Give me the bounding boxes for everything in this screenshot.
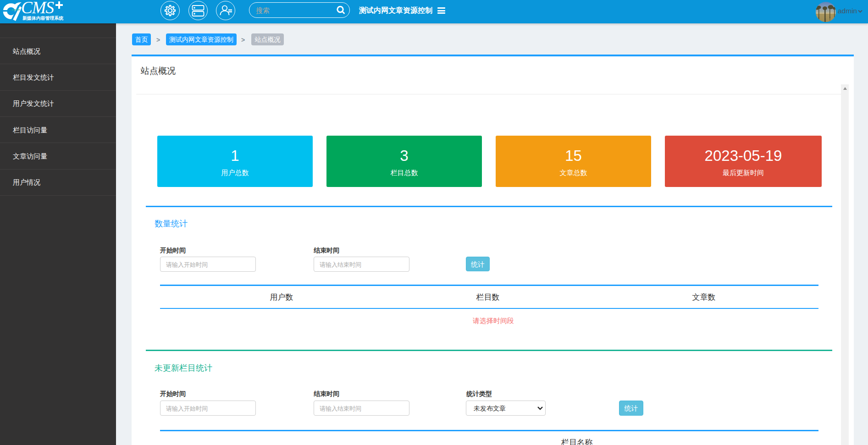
svg-text:power: power	[11, 8, 21, 11]
